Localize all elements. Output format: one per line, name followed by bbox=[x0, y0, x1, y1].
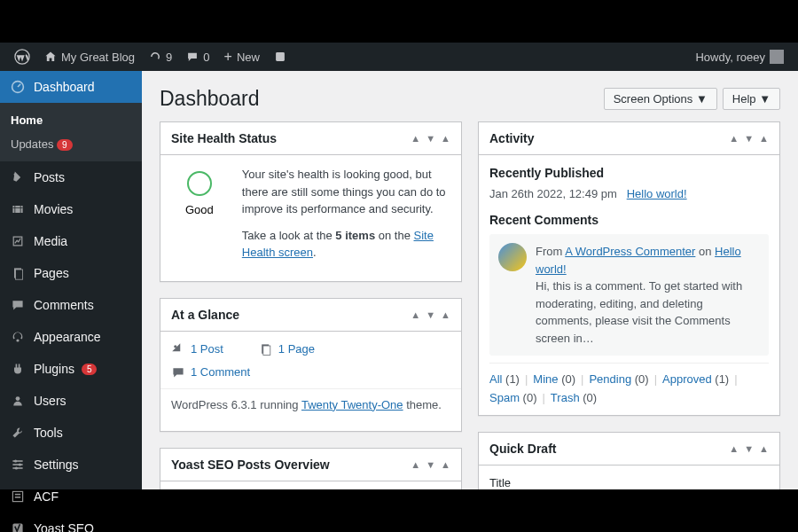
svg-point-20 bbox=[174, 345, 176, 348]
svg-rect-16 bbox=[15, 494, 20, 496]
quick-draft-panel: Quick Draft▲▼▲ Title Content Save Draft bbox=[478, 432, 780, 489]
sidebar-item-label: Appearance bbox=[34, 330, 101, 344]
panel-toggle-icon[interactable]: ▲ bbox=[441, 459, 450, 470]
sidebar-item-label: Users bbox=[34, 394, 66, 408]
wp-logo[interactable] bbox=[7, 43, 37, 71]
commenter-link[interactable]: A WordPress Commenter bbox=[565, 245, 695, 258]
recently-published-heading: Recently Published bbox=[489, 166, 769, 180]
comment-body: Hi, this is a comment. To get started wi… bbox=[536, 279, 742, 345]
appearance-icon bbox=[9, 328, 27, 346]
sidebar-item-label: Movies bbox=[34, 202, 73, 216]
published-post-link[interactable]: Hello world! bbox=[627, 187, 687, 200]
svg-point-8 bbox=[16, 396, 20, 401]
svg-point-14 bbox=[15, 466, 18, 469]
glance-comments[interactable]: 1 Comment bbox=[171, 365, 250, 379]
screen-options-button[interactable]: Screen Options ▼ bbox=[604, 88, 717, 110]
glance-posts[interactable]: 1 Post bbox=[171, 342, 223, 356]
panel-down-icon[interactable]: ▼ bbox=[744, 133, 754, 144]
panel-toggle-icon[interactable]: ▲ bbox=[441, 133, 450, 144]
filter-pending[interactable]: Pending (0) bbox=[589, 372, 648, 386]
sidebar-item-label: Pages bbox=[34, 266, 69, 280]
panel-title: At a Glance bbox=[171, 308, 239, 322]
sidebar-item-appearance[interactable]: Appearance bbox=[0, 321, 142, 353]
toolbar-updates[interactable]: 9 bbox=[142, 43, 179, 71]
panel-down-icon[interactable]: ▼ bbox=[426, 459, 435, 470]
filter-all[interactable]: All (1) bbox=[489, 372, 520, 386]
panel-toggle-icon[interactable]: ▲ bbox=[759, 443, 769, 454]
svg-rect-6 bbox=[16, 270, 23, 279]
sidebar-item-label: Media bbox=[34, 234, 67, 248]
sidebar-item-acf[interactable]: ACF bbox=[0, 481, 142, 512]
svg-rect-1 bbox=[276, 52, 285, 61]
sidebar-item-label: Plugins bbox=[34, 362, 74, 376]
comments-icon bbox=[9, 296, 27, 314]
filter-mine[interactable]: Mine (0) bbox=[533, 372, 575, 386]
page-title: Dashboard bbox=[160, 87, 260, 111]
tools-icon bbox=[9, 424, 27, 442]
health-action: Take a look at the 5 items on the Site H… bbox=[242, 227, 450, 262]
panel-down-icon[interactable]: ▼ bbox=[426, 309, 435, 320]
sidebar-subitem-home[interactable]: Home bbox=[0, 108, 142, 132]
sidebar-item-plugins[interactable]: Plugins5 bbox=[0, 353, 142, 385]
at-a-glance-panel: At a Glance▲▼▲ 1 Post 1 Page 1 Comment W… bbox=[160, 298, 462, 432]
posts-icon bbox=[9, 168, 27, 186]
filter-approved[interactable]: Approved (1) bbox=[662, 372, 729, 386]
users-icon bbox=[9, 392, 27, 410]
site-health-panel: Site Health Status▲▼▲ Good Your site's h… bbox=[160, 121, 462, 282]
panel-up-icon[interactable]: ▲ bbox=[411, 309, 420, 320]
panel-up-icon[interactable]: ▲ bbox=[411, 133, 420, 144]
svg-point-13 bbox=[19, 463, 21, 466]
svg-rect-17 bbox=[15, 497, 20, 498]
recent-comments-heading: Recent Comments bbox=[489, 213, 769, 227]
publish-date: Jan 26th 2022, 12:49 pm bbox=[489, 187, 617, 200]
glance-pages[interactable]: 1 Page bbox=[259, 342, 315, 356]
avatar bbox=[770, 50, 784, 64]
svg-rect-4 bbox=[12, 206, 22, 213]
svg-point-3 bbox=[14, 174, 16, 176]
panel-title: Quick Draft bbox=[489, 442, 556, 456]
sidebar-item-pages[interactable]: Pages bbox=[0, 257, 142, 289]
pages-icon bbox=[9, 264, 27, 282]
sidebar-badge: 9 bbox=[57, 139, 73, 151]
sidebar-item-dashboard[interactable]: Dashboard bbox=[0, 71, 142, 103]
panel-up-icon[interactable]: ▲ bbox=[729, 443, 739, 454]
sidebar-item-tools[interactable]: Tools bbox=[0, 417, 142, 449]
panel-toggle-icon[interactable]: ▲ bbox=[759, 133, 769, 144]
sidebar-item-users[interactable]: Users bbox=[0, 385, 142, 417]
howdy-account[interactable]: Howdy, roeey bbox=[688, 43, 791, 71]
sidebar-item-movies[interactable]: Movies bbox=[0, 193, 142, 225]
panel-up-icon[interactable]: ▲ bbox=[729, 133, 739, 144]
panel-toggle-icon[interactable]: ▲ bbox=[441, 309, 450, 320]
toolbar-yoast[interactable] bbox=[267, 43, 293, 71]
svg-point-12 bbox=[14, 459, 17, 462]
sidebar-item-posts[interactable]: Posts bbox=[0, 161, 142, 193]
health-description: Your site's health is looking good, but … bbox=[242, 166, 450, 218]
sidebar-item-media[interactable]: Media bbox=[0, 225, 142, 257]
sidebar-item-comments[interactable]: Comments bbox=[0, 289, 142, 321]
acf-icon bbox=[9, 488, 27, 505]
media-icon bbox=[9, 232, 27, 250]
activity-panel: Activity▲▼▲ Recently Published Jan 26th … bbox=[478, 121, 780, 416]
toolbar-comments[interactable]: 0 bbox=[179, 43, 216, 71]
site-link[interactable]: My Great Blog bbox=[37, 43, 142, 71]
panel-down-icon[interactable]: ▼ bbox=[426, 133, 435, 144]
movies-icon bbox=[9, 200, 27, 218]
panel-down-icon[interactable]: ▼ bbox=[744, 443, 754, 454]
filter-trash[interactable]: Trash (0) bbox=[551, 391, 597, 404]
filter-spam[interactable]: Spam (0) bbox=[489, 391, 536, 404]
sidebar-badge: 5 bbox=[82, 364, 98, 375]
theme-link[interactable]: Twenty Twenty-One bbox=[301, 398, 403, 411]
draft-title-label: Title bbox=[489, 476, 769, 489]
plugins-icon bbox=[9, 360, 27, 378]
sidebar-subitem-updates[interactable]: Updates 9 bbox=[0, 132, 142, 156]
panel-up-icon[interactable]: ▲ bbox=[411, 459, 420, 470]
sidebar-item-yoast[interactable]: Yoast SEO bbox=[0, 512, 142, 532]
help-button[interactable]: Help ▼ bbox=[723, 88, 780, 110]
settings-icon bbox=[9, 456, 27, 473]
sidebar-item-label: Dashboard bbox=[34, 80, 95, 94]
sidebar-item-label: Settings bbox=[34, 458, 79, 472]
comment-item[interactable]: From A WordPress Commenter on Hello worl… bbox=[489, 234, 769, 356]
toolbar-new[interactable]: +New bbox=[217, 43, 267, 71]
admin-sidebar: DashboardHomeUpdates 9PostsMoviesMediaPa… bbox=[0, 71, 142, 489]
sidebar-item-settings[interactable]: Settings bbox=[0, 449, 142, 481]
